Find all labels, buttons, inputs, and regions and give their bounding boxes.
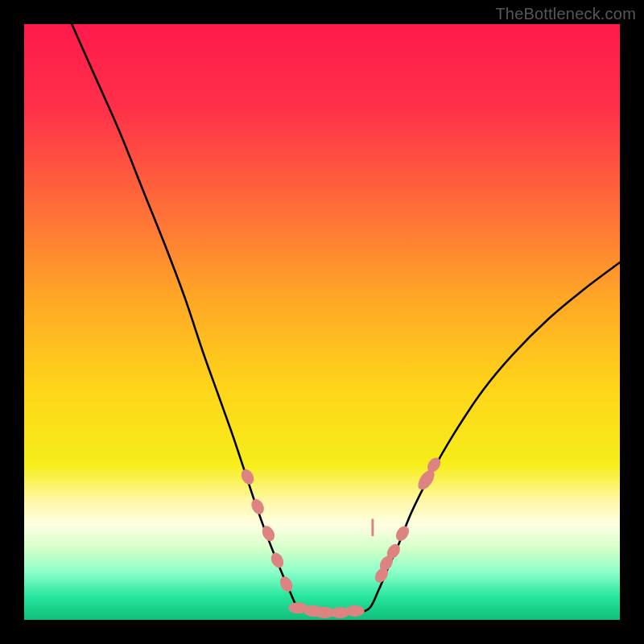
chart-stage: TheBottleneck.com <box>0 0 644 644</box>
heat-gradient <box>24 24 620 620</box>
plot-svg <box>24 24 620 620</box>
watermark-text: TheBottleneck.com <box>495 5 636 23</box>
plot-area <box>24 24 620 620</box>
marker-bottom-4 <box>345 605 365 617</box>
marker-bottom-bridge <box>304 607 333 617</box>
marker-tick <box>371 518 374 536</box>
